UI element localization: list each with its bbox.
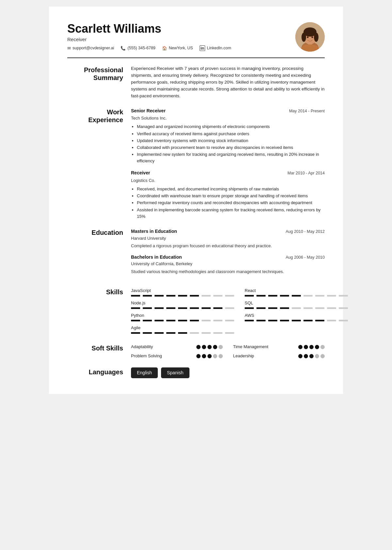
section-label-languages: Languages xyxy=(67,367,131,379)
linkedin-value: LinkedIn.com xyxy=(207,46,231,50)
resume-header: Scarlett Williams Receiver ✉ support@cvd… xyxy=(67,22,325,52)
section-label-summary: ProfessionalSummary xyxy=(67,65,131,100)
list-item: Coordinated with warehouse team to ensur… xyxy=(137,193,325,199)
location-value: NewYork, US xyxy=(169,46,193,50)
phone-icon: 📞 xyxy=(121,46,126,51)
location-contact: 🏠 NewYork, US xyxy=(162,46,193,51)
section-label-soft-skills: Soft Skills xyxy=(67,344,131,359)
edu-2-dates: Aug 2006 - May 2010 xyxy=(286,254,325,261)
edu-entry-1: Masters in Education Aug 2010 - May 2012… xyxy=(131,228,325,249)
job-2-header: Receiver Mar 2010 - Apr 2014 xyxy=(131,170,325,177)
job-2-title: Receiver xyxy=(131,170,150,177)
languages-content: EnglishSpanish xyxy=(131,367,325,379)
list-item: Performed regular inventory counts and r… xyxy=(137,200,325,206)
skill-item: Agile xyxy=(131,325,234,334)
section-languages: Languages EnglishSpanish xyxy=(67,367,325,379)
language-tag: English xyxy=(131,367,158,379)
edu-1-degree: Masters in Education xyxy=(131,228,177,235)
list-item: Managed and organized incoming shipments… xyxy=(137,123,325,130)
section-label-work: WorkExperience xyxy=(67,107,131,220)
candidate-name: Scarlett Williams xyxy=(67,22,295,35)
list-item: Verified accuracy of received items agai… xyxy=(137,131,325,137)
svg-point-5 xyxy=(302,33,306,42)
list-item: Received, inspected, and documented inco… xyxy=(137,186,325,192)
email-contact: ✉ support@cvdesigner.ai xyxy=(67,46,114,51)
edu-1-dates: Aug 2010 - May 2012 xyxy=(286,229,325,235)
list-item: Assisted in implementing barcode scannin… xyxy=(137,207,325,220)
phone-contact: 📞 (555) 345-6789 xyxy=(121,46,155,51)
edu-2-school: University of California, Berkeley xyxy=(131,261,325,267)
linkedin-icon: in xyxy=(200,45,205,51)
skill-item: AWS xyxy=(245,312,348,321)
skill-item: Node.js xyxy=(131,300,234,309)
phone-value: (555) 345-6789 xyxy=(127,46,155,50)
header-left: Scarlett Williams Receiver ✉ support@cvd… xyxy=(67,22,295,51)
list-item: Updated inventory systems with incoming … xyxy=(137,138,325,144)
soft-skill-item: Leadership xyxy=(233,353,325,359)
skills-content: JavaScriptReactNode.jsSQLPythonAWSAgile xyxy=(131,287,348,336)
soft-skills-grid: AdaptabilityTime ManagementProblem Solvi… xyxy=(131,344,325,359)
edu-2-desc: Studied various teaching methodologies a… xyxy=(131,268,325,275)
header-divider xyxy=(67,57,325,58)
job-2-dates: Mar 2010 - Apr 2014 xyxy=(287,170,325,176)
language-tag: Spanish xyxy=(161,367,189,379)
linkedin-contact: in LinkedIn.com xyxy=(200,45,231,51)
candidate-title: Receiver xyxy=(67,37,295,42)
edu-1-desc: Completed a rigorous program focused on … xyxy=(131,243,325,249)
section-skills: Skills JavaScriptReactNode.jsSQLPythonAW… xyxy=(67,287,325,336)
list-item: Implemented new system for tracking and … xyxy=(137,151,325,164)
skills-grid: JavaScriptReactNode.jsSQLPythonAWSAgile xyxy=(131,287,348,336)
svg-point-8 xyxy=(312,37,313,38)
skill-item: React xyxy=(245,287,348,297)
edu-entry-2: Bachelors in Education Aug 2006 - May 20… xyxy=(131,254,325,275)
job-1-title: Senior Receiver xyxy=(131,107,166,115)
job-1-dates: May 2014 - Present xyxy=(289,108,325,114)
section-label-skills: Skills xyxy=(67,287,131,336)
section-work-experience: WorkExperience Senior Receiver May 2014 … xyxy=(67,107,325,220)
job-1-company: Tech Solutions Inc. xyxy=(131,115,325,121)
avatar xyxy=(295,22,325,52)
work-content: Senior Receiver May 2014 - Present Tech … xyxy=(131,107,325,220)
section-professional-summary: ProfessionalSummary Experienced Receiver… xyxy=(67,65,325,100)
edu-1-school: Harvard University xyxy=(131,235,325,242)
skill-item: JavaScript xyxy=(131,287,234,297)
job-1-bullets: Managed and organized incoming shipments… xyxy=(131,123,325,164)
list-item: Collaborated with procurement team to re… xyxy=(137,144,325,151)
summary-content: Experienced Receiver with 7 years of pro… xyxy=(131,65,325,100)
summary-text: Experienced Receiver with 7 years of pro… xyxy=(131,66,325,98)
soft-skill-item: Problem Solving xyxy=(131,353,223,359)
lang-tags: EnglishSpanish xyxy=(131,367,325,379)
section-soft-skills: Soft Skills AdaptabilityTime ManagementP… xyxy=(67,344,325,359)
contact-row: ✉ support@cvdesigner.ai 📞 (555) 345-6789… xyxy=(67,45,295,51)
job-2-company: Logistics Co. xyxy=(131,177,325,184)
edu-2-degree: Bachelors in Education xyxy=(131,254,182,261)
svg-point-6 xyxy=(314,33,318,42)
skill-item: SQL xyxy=(245,300,348,309)
email-icon: ✉ xyxy=(67,46,71,51)
soft-skill-item: Adaptability xyxy=(131,344,223,350)
email-value: support@cvdesigner.ai xyxy=(73,46,114,50)
section-label-education: Education xyxy=(67,228,131,280)
skill-item: Python xyxy=(131,312,234,321)
resume-container: Scarlett Williams Receiver ✉ support@cvd… xyxy=(49,7,343,394)
location-icon: 🏠 xyxy=(162,46,167,51)
job-2-bullets: Received, inspected, and documented inco… xyxy=(131,186,325,220)
education-content: Masters in Education Aug 2010 - May 2012… xyxy=(131,228,325,280)
soft-skill-item: Time Management xyxy=(233,344,325,350)
soft-skills-content: AdaptabilityTime ManagementProblem Solvi… xyxy=(131,344,325,359)
section-education: Education Masters in Education Aug 2010 … xyxy=(67,228,325,280)
job-1-header: Senior Receiver May 2014 - Present xyxy=(131,107,325,115)
svg-point-7 xyxy=(307,37,309,38)
